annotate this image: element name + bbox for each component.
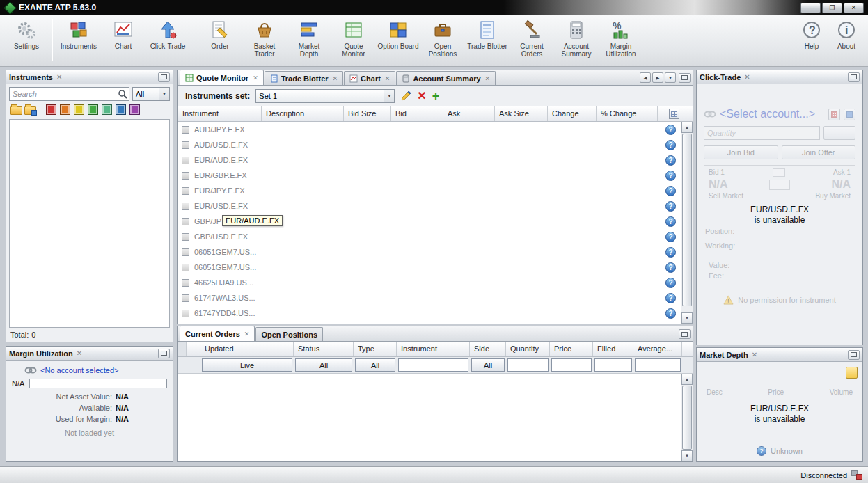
filter-price-input[interactable] xyxy=(551,358,592,372)
tab-quote-monitor[interactable]: Quote Monitor ✕ xyxy=(180,70,264,85)
column-header[interactable]: Side xyxy=(470,342,506,356)
tab-scroll-right-button[interactable]: ▶ xyxy=(652,72,663,83)
quote-row[interactable]: 46625HJA9.US... ? xyxy=(178,275,681,290)
row-checkbox[interactable] xyxy=(182,248,189,256)
row-help-icon[interactable]: ? xyxy=(665,247,676,258)
folder-subscribe-icon[interactable] xyxy=(24,106,36,115)
row-checkbox[interactable] xyxy=(182,264,189,271)
column-header[interactable]: Bid Size xyxy=(344,106,391,121)
row-help-icon[interactable]: ? xyxy=(665,262,676,273)
row-checkbox[interactable] xyxy=(182,187,189,195)
column-header[interactable]: Instrument xyxy=(397,342,470,356)
toolbar-basket-trader-button[interactable]: Basket Trader xyxy=(244,18,285,58)
tag-swatch-orange[interactable] xyxy=(60,104,70,115)
panel-close-icon[interactable]: ✕ xyxy=(744,73,750,81)
tab-scroll-left-button[interactable]: ◀ xyxy=(640,72,651,83)
toolbar-market-depth-button[interactable]: Market Depth xyxy=(288,18,330,58)
quantity-options-button[interactable] xyxy=(823,126,855,140)
filter-quantity-input[interactable] xyxy=(507,358,549,372)
scroll-up-icon[interactable]: ▲ xyxy=(681,374,693,385)
panel-collapse-button[interactable] xyxy=(158,349,170,358)
maximize-button[interactable]: ❐ xyxy=(822,3,842,13)
panel-collapse-button[interactable] xyxy=(679,73,691,83)
row-help-icon[interactable]: ? xyxy=(665,308,676,319)
tag-swatch-red[interactable] xyxy=(46,104,56,115)
tag-swatch-green[interactable] xyxy=(88,104,98,115)
toolbar-quote-monitor-button[interactable]: Quote Monitor xyxy=(333,18,374,58)
scroll-thumb[interactable] xyxy=(682,134,692,306)
row-help-icon[interactable]: ? xyxy=(665,125,676,135)
row-checkbox[interactable] xyxy=(182,279,189,287)
quote-row[interactable]: 61747WAL3.US... ? xyxy=(178,290,681,306)
panel-collapse-button[interactable] xyxy=(679,329,691,339)
filter-instrument-input[interactable] xyxy=(398,358,468,372)
column-header[interactable]: Ask Size xyxy=(495,106,548,121)
connection-status-icon[interactable] xyxy=(851,470,862,480)
delete-set-icon[interactable]: ✕ xyxy=(417,90,426,102)
toolbar-account-summary-button[interactable]: Account Summary xyxy=(555,18,597,58)
toolbar-chart-button[interactable]: Chart xyxy=(102,18,144,50)
quote-row[interactable]: 06051GEM7.US... ? xyxy=(178,260,681,275)
toolbar-open-positions-button[interactable]: Open Positions xyxy=(422,18,464,58)
filter-average-input[interactable] xyxy=(635,358,681,372)
row-help-icon[interactable]: ? xyxy=(665,171,676,181)
column-settings-icon[interactable] xyxy=(669,109,679,119)
minimize-button[interactable]: — xyxy=(800,3,821,13)
panel-collapse-button[interactable] xyxy=(848,72,860,82)
toolbar-click-trade-button[interactable]: Click-Trade xyxy=(147,18,189,50)
panel-collapse-button[interactable] xyxy=(848,350,860,360)
filter-filled-input[interactable] xyxy=(594,358,632,372)
row-help-icon[interactable]: ? xyxy=(665,216,676,227)
toolbar-option-board-button[interactable]: Option Board xyxy=(377,18,419,50)
sell-market-label[interactable]: Sell Market xyxy=(709,192,743,200)
toolbar-about-button[interactable]: i About xyxy=(830,18,862,50)
tag-swatch-yellow[interactable] xyxy=(74,104,84,115)
row-help-icon[interactable]: ? xyxy=(665,140,676,150)
row-help-icon[interactable]: ? xyxy=(665,232,676,242)
add-set-icon[interactable]: + xyxy=(432,90,440,102)
column-header[interactable]: Change xyxy=(548,106,597,121)
row-checkbox[interactable] xyxy=(182,141,189,149)
edit-set-pencil-icon[interactable] xyxy=(400,90,411,102)
folder-icon[interactable] xyxy=(10,106,22,115)
scroll-thumb[interactable] xyxy=(682,386,692,450)
quote-row[interactable]: 06051GEM7.US... ? xyxy=(178,244,681,260)
quote-scrollbar[interactable]: ▲ ▼ xyxy=(681,122,693,324)
tab-close-icon[interactable]: ✕ xyxy=(333,75,338,82)
tab-account-summary[interactable]: Account Summary ✕ xyxy=(396,71,496,85)
row-checkbox[interactable] xyxy=(182,294,189,302)
column-header[interactable]: Filled xyxy=(593,342,633,356)
column-header[interactable]: Description xyxy=(262,106,344,121)
toolbar-trade-blotter-button[interactable]: Trade Blotter xyxy=(466,18,508,50)
column-header[interactable]: Updated xyxy=(200,342,294,356)
quote-row[interactable]: GBP/USD.E.FX ? xyxy=(178,229,681,244)
tag-swatch-teal[interactable] xyxy=(102,104,112,115)
quote-row[interactable]: 61747YDD4.US... ? xyxy=(178,306,681,321)
filter-status-dropdown[interactable]: All xyxy=(295,358,352,372)
row-checkbox[interactable] xyxy=(182,218,189,225)
row-help-icon[interactable]: ? xyxy=(665,201,676,212)
panel-collapse-button[interactable] xyxy=(158,72,170,82)
select-account-link[interactable]: <No account selected> xyxy=(40,366,119,374)
scroll-down-icon[interactable]: ▼ xyxy=(681,312,693,324)
column-header[interactable]: Price xyxy=(550,342,593,356)
tab-current-orders[interactable]: Current Orders ✕ xyxy=(180,326,255,341)
tab-close-icon[interactable]: ✕ xyxy=(485,75,491,82)
buy-market-label[interactable]: Buy Market xyxy=(815,192,851,200)
filter-type-dropdown[interactable]: All xyxy=(355,358,395,372)
toolbar-instruments-button[interactable]: Instruments xyxy=(58,18,100,50)
toolbar-order-button[interactable]: Order xyxy=(199,18,241,50)
filter-side-dropdown[interactable]: All xyxy=(471,358,505,372)
accounts-grid-button[interactable] xyxy=(828,109,840,120)
row-help-icon[interactable]: ? xyxy=(665,278,676,288)
tab-open-positions[interactable]: Open Positions xyxy=(255,327,323,341)
toolbar-help-button[interactable]: ? Help xyxy=(796,18,828,50)
quote-row[interactable]: AUD/JPY.E.FX ? xyxy=(178,122,681,137)
panel-close-icon[interactable]: ✕ xyxy=(77,349,82,357)
join-bid-button[interactable]: Join Bid xyxy=(704,145,778,159)
column-header[interactable]: Bid xyxy=(391,106,443,121)
quote-row[interactable]: AUD/USD.E.FX ? xyxy=(178,137,681,152)
select-account-link[interactable]: <Select account...> xyxy=(720,108,815,120)
account-info-button[interactable] xyxy=(844,109,855,120)
panel-close-icon[interactable]: ✕ xyxy=(752,351,757,358)
